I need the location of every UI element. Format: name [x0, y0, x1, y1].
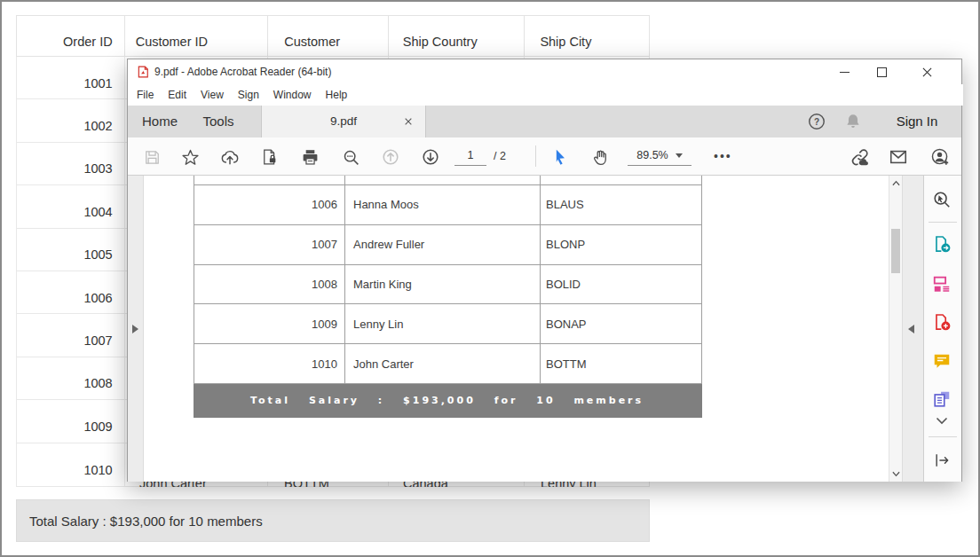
hand-icon [591, 148, 610, 167]
header-label: Customer ID [136, 35, 208, 49]
tab-home[interactable]: Home [135, 106, 185, 137]
email-button[interactable] [886, 145, 911, 169]
order-id-cell: 1005 [83, 247, 112, 262]
order-id-cell: 1001 [83, 76, 112, 90]
header-label: Order ID [63, 35, 113, 49]
pdf-cell-code: BOLID [546, 278, 581, 291]
close-button[interactable] [913, 59, 941, 84]
vertical-scrollbar[interactable] [889, 176, 902, 482]
hand-tool-button[interactable] [588, 145, 612, 169]
tab-document[interactable]: 9.pdf [261, 106, 426, 137]
sign-in-button[interactable]: Sign In [888, 106, 946, 137]
main-toolbar: 1 / 2 89.5% ••• [128, 137, 961, 176]
menu-view[interactable]: View [194, 84, 231, 106]
combine-files-button[interactable] [931, 388, 952, 410]
arrow-down-circle-icon [421, 147, 440, 167]
pdf-total-text: Total Salary : $193,000 for 10 members [250, 395, 644, 406]
profile-add-button[interactable] [928, 145, 952, 169]
grid-header-ship-city[interactable]: Ship City [525, 16, 649, 56]
organize-pages-button[interactable] [931, 273, 952, 294]
previous-page-button[interactable] [378, 145, 403, 169]
panel-divider [929, 222, 957, 223]
open-pane-icon [933, 451, 951, 469]
tab-close-icon[interactable] [404, 117, 413, 126]
comment-icon [932, 351, 952, 371]
arrow-up-circle-icon [381, 147, 400, 167]
header-label: Customer [284, 35, 340, 49]
help-button[interactable]: ? [807, 112, 826, 131]
collapse-right-pane-icon[interactable] [908, 325, 914, 333]
pdf-cell-code: BONAP [546, 318, 587, 331]
maximize-icon [877, 67, 887, 77]
zoom-level-value: 89.5% [636, 149, 668, 161]
page-lock-icon [261, 148, 279, 166]
order-id-cell: 1004 [83, 205, 112, 219]
search-icon [342, 148, 360, 167]
selection-tool-button[interactable] [548, 145, 573, 169]
expand-left-pane-icon[interactable] [132, 325, 138, 333]
pdf-cell-id: 1009 [312, 318, 337, 331]
question-icon: ? [807, 112, 826, 131]
menu-help[interactable]: Help [319, 84, 355, 106]
zoom-level-dropdown[interactable]: 89.5% [628, 145, 692, 166]
more-tools-button[interactable]: ••• [714, 137, 732, 175]
menu-window[interactable]: Window [266, 84, 319, 106]
grid-header-ship-country[interactable]: Ship Country [389, 16, 526, 56]
page-count-label: / 2 [494, 137, 506, 175]
menu-sign[interactable]: Sign [231, 84, 266, 106]
cursor-icon [551, 148, 569, 166]
notifications-button[interactable] [843, 112, 863, 131]
protect-document-button[interactable] [257, 145, 282, 169]
pdf-cell-id: 1008 [312, 278, 337, 291]
toolbar-separator [535, 145, 536, 167]
menu-file[interactable]: File [130, 84, 161, 106]
window-title: 9.pdf - Adobe Acrobat Reader (64-bit) [154, 59, 331, 84]
scrollbar-thumb[interactable] [891, 229, 900, 273]
find-in-document-button[interactable] [931, 189, 952, 210]
pdf-cell-name: Martin King [353, 278, 412, 291]
tab-bar: Home Tools 9.pdf ? Sign In [128, 106, 961, 137]
print-button[interactable] [297, 145, 322, 169]
grid-header-customer-id[interactable]: Customer ID [125, 16, 269, 56]
grid-header-customer[interactable]: Customer [268, 16, 389, 56]
bell-icon [843, 112, 863, 131]
open-tools-pane-button[interactable] [931, 450, 952, 471]
acrobat-window: 9.pdf - Adobe Acrobat Reader (64-bit) Fi… [127, 59, 962, 482]
chevron-down-icon [936, 417, 948, 425]
person-plus-icon [930, 147, 950, 167]
panel-more-chevron[interactable] [931, 414, 952, 427]
share-cloud-button[interactable] [217, 145, 242, 169]
window-titlebar[interactable]: 9.pdf - Adobe Acrobat Reader (64-bit) [128, 59, 961, 84]
organize-pages-icon [932, 274, 952, 294]
pdf-row: 1010John CarterBOTTM [194, 344, 702, 384]
search-button[interactable] [338, 145, 363, 169]
create-pdf-button[interactable] [931, 311, 952, 333]
pdf-cell-id: 1006 [312, 198, 337, 211]
scroll-up-icon[interactable] [892, 180, 900, 186]
grid-summary-bar: Total Salary : $193,000 for 10 members [16, 499, 650, 542]
scroll-down-icon[interactable] [892, 471, 900, 477]
combine-files-icon [932, 389, 952, 409]
minimize-button[interactable] [830, 59, 858, 84]
grid-header-order-id[interactable]: Order ID [17, 16, 125, 56]
order-id-cell: 1006 [83, 291, 112, 305]
next-page-button[interactable] [418, 145, 443, 169]
maximize-button[interactable] [867, 59, 896, 84]
pdf-cell-code: BOTTM [546, 357, 587, 371]
comment-button[interactable] [931, 350, 952, 372]
export-pdf-icon [932, 234, 952, 254]
pdf-row: 1007Andrew FullerBLONP [194, 225, 702, 265]
menu-edit[interactable]: Edit [161, 84, 194, 106]
save-button[interactable] [139, 145, 164, 169]
save-icon [144, 149, 161, 166]
star-button[interactable] [178, 145, 202, 169]
pdf-cell-name: Andrew Fuller [353, 238, 424, 251]
page-number-input[interactable]: 1 [454, 145, 486, 166]
pdf-file-icon [137, 66, 149, 78]
pdf-row: 1006Hanna MoosBLAUS [194, 185, 702, 225]
send-link-button[interactable] [847, 145, 872, 169]
export-pdf-button[interactable] [931, 233, 952, 255]
order-id-cell: 1008 [83, 376, 112, 390]
tab-tools[interactable]: Tools [194, 106, 243, 137]
close-icon [922, 67, 932, 77]
